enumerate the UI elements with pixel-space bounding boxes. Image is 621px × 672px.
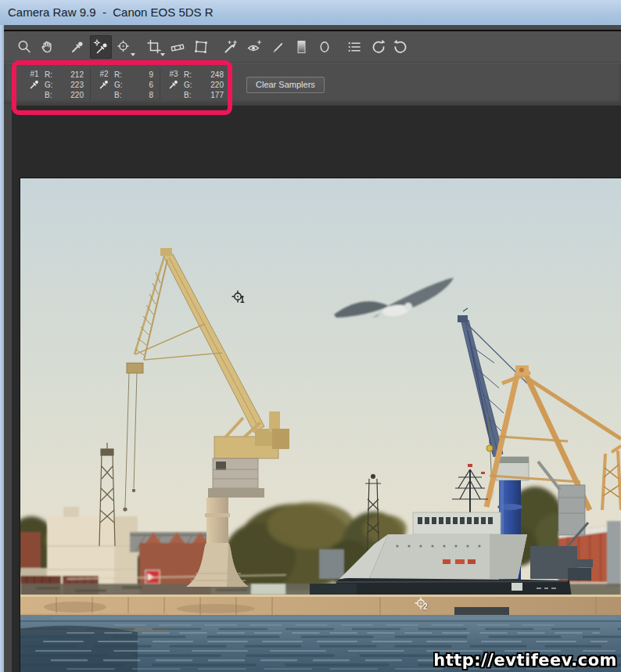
white-balance-tool-icon[interactable] — [66, 35, 88, 59]
eyedropper-icon — [99, 79, 109, 90]
b-value: 8 — [149, 90, 153, 100]
r-label: R: — [45, 70, 52, 80]
b-label: B: — [114, 90, 121, 100]
b-label: B: — [45, 90, 52, 100]
radial-filter-tool-icon[interactable] — [314, 35, 336, 59]
sampler-readout-3: #3 R:248 G:220 B:177 — [160, 68, 230, 100]
b-value: 220 — [70, 90, 84, 100]
eyedropper-icon — [29, 79, 40, 90]
adjustment-brush-tool-icon[interactable] — [267, 35, 289, 59]
r-label: R: — [184, 70, 192, 80]
b-value: 177 — [210, 90, 224, 100]
preferences-menu-icon[interactable] — [343, 35, 365, 59]
zoom-tool-icon[interactable] — [13, 35, 35, 59]
r-value: 9 — [149, 70, 153, 80]
g-value: 220 — [210, 80, 224, 90]
dropdown-caret — [131, 53, 135, 56]
camera-raw-window: { "window_title": "Camera Raw 9.9 - Cano… — [0, 0, 621, 672]
rotate-right-icon[interactable] — [390, 35, 412, 59]
red-eye-tool-icon[interactable] — [243, 35, 265, 59]
sampler-readouts: #1 R:212 G:223 B:220 #2 — [21, 68, 230, 100]
r-value: 212 — [70, 70, 84, 80]
g-label: G: — [184, 80, 192, 90]
eyedropper-icon — [168, 79, 179, 90]
graduated-filter-tool-icon[interactable] — [290, 35, 312, 59]
transform-tool-icon[interactable] — [190, 35, 212, 59]
b-label: B: — [184, 90, 191, 100]
g-label: G: — [45, 80, 53, 90]
r-value: 248 — [210, 70, 224, 80]
rotate-left-icon[interactable] — [367, 35, 389, 59]
sampler-number: #2 — [99, 70, 108, 79]
hand-tool-icon[interactable] — [37, 35, 59, 59]
color-sampler-tool-icon[interactable] — [90, 35, 112, 59]
watermark: http://evtifeev.com — [433, 651, 617, 670]
g-value: 223 — [70, 80, 84, 90]
color-sampler-marker-1[interactable]: 1 — [230, 289, 246, 304]
color-sampler-marker-2[interactable]: 2 — [413, 595, 429, 611]
sampler-number: #3 — [169, 70, 178, 79]
g-label: G: — [114, 80, 123, 90]
spot-removal-tool-icon[interactable] — [220, 35, 242, 59]
straighten-tool-icon[interactable] — [167, 35, 188, 59]
sampler-readout-2: #2 R:9 G:6 B:8 — [91, 68, 160, 100]
canvas-left-gutter — [4, 104, 12, 672]
toolbar — [4, 31, 621, 63]
dropdown-caret — [160, 53, 165, 56]
marker-number: 1 — [240, 296, 245, 304]
marker-number: 2 — [423, 603, 428, 611]
sampler-readout-1: #1 R:212 G:223 B:220 — [21, 68, 91, 100]
g-value: 6 — [149, 80, 153, 90]
photo-canvas[interactable]: 1 2 http://evtifeev.com — [20, 178, 621, 672]
dialog-top-strip — [4, 25, 621, 31]
sampler-readout-bar: #1 R:212 G:223 B:220 #2 — [4, 63, 621, 106]
window-title: Camera Raw 9.9 - Canon EOS 5DS R — [0, 0, 621, 25]
r-label: R: — [114, 70, 122, 80]
targeted-adjustment-tool-icon[interactable] — [113, 35, 135, 59]
harbor-scene — [20, 178, 621, 672]
sampler-number: #1 — [30, 70, 38, 79]
crop-tool-icon[interactable] — [143, 35, 165, 59]
clear-samplers-button[interactable]: Clear Samplers — [246, 77, 325, 93]
